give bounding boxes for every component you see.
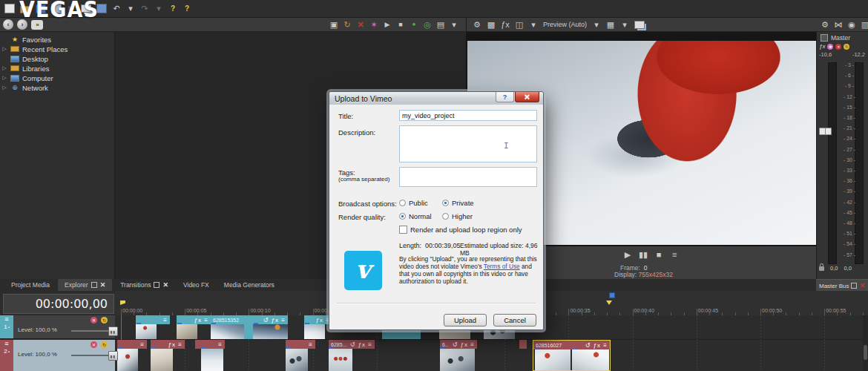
level-slider-handle[interactable]: ▮▮ <box>108 326 118 336</box>
clip-header[interactable]: ≡ <box>195 340 225 349</box>
transport-menu-icon[interactable]: ≡ <box>670 249 679 260</box>
clip-icons[interactable]: ↺ ƒx ≡ <box>263 317 286 324</box>
insert-bus-icon[interactable]: ⋈ <box>834 19 843 30</box>
float-window-icon[interactable] <box>851 283 857 289</box>
interaction-help-icon[interactable]: ? <box>168 4 177 14</box>
timeline-clip[interactable]: ≡ <box>195 340 225 371</box>
scrollbar-thumb[interactable] <box>864 345 867 360</box>
timeline-clip[interactable] <box>519 340 527 371</box>
marker-icon[interactable] <box>606 301 612 305</box>
back-button[interactable]: ‹ <box>3 19 13 30</box>
close-tab-icon[interactable]: ✕ <box>100 281 106 289</box>
dock-tab-project-media[interactable]: Project Media <box>4 279 56 291</box>
whats-this-help-icon[interactable]: ? <box>183 4 191 14</box>
timeline-clip[interactable]: 6285...↺ ƒx ≡ <box>329 340 375 371</box>
upload-button[interactable]: Upload <box>444 314 487 326</box>
add-favorite-icon[interactable]: ✶ <box>369 19 378 30</box>
clip-header[interactable]: 628516027↺ ƒx ≡ <box>533 341 610 349</box>
pause-icon[interactable]: ▮▮ <box>639 249 648 260</box>
add-media-icon[interactable]: ▣ <box>329 19 338 30</box>
timeline-clip[interactable]: 6..↺ ƒx ≡ <box>440 340 477 371</box>
stop-preview-icon[interactable]: ■ <box>396 19 405 30</box>
expander-icon[interactable]: ▷ <box>1 46 7 52</box>
views-icon[interactable]: ▤ <box>436 19 445 30</box>
timeline-clip[interactable]: ≡ <box>117 340 147 371</box>
refresh-icon[interactable]: ↻ <box>343 19 352 30</box>
track-header-2[interactable]: ≡ 2 ✕ ↻ Level: 100,0 % ▮▮ <box>0 340 115 371</box>
lock-icon[interactable] <box>819 266 824 271</box>
tree-item-desktop[interactable]: Desktop <box>1 54 114 63</box>
timeline-clip[interactable]: ƒx ≡ <box>177 315 211 339</box>
track-mute-icon[interactable]: ✕ <box>91 341 97 348</box>
title-input[interactable] <box>399 110 537 121</box>
tree-item-favorites[interactable]: ★Favorites <box>1 35 114 44</box>
tree-item-libraries[interactable]: ▷Libraries <box>1 64 114 73</box>
clip-icons[interactable]: ≡ <box>163 317 168 324</box>
stop-icon[interactable]: ■ <box>654 249 663 260</box>
clip-header[interactable]: 6285...↺ ƒx ≡ <box>329 340 375 349</box>
dialog-close-button[interactable]: ✕ <box>515 92 539 102</box>
play-icon[interactable]: ▶ <box>623 249 632 260</box>
level-slider-handle[interactable]: ▮▮ <box>108 351 118 361</box>
higher-radio[interactable]: Higher <box>442 212 473 220</box>
start-preview-icon[interactable]: ▶ <box>383 19 392 30</box>
clip-icons[interactable]: ≡ <box>140 341 145 348</box>
views-caret-icon[interactable]: ▾ <box>450 19 458 30</box>
mute-icon[interactable]: ✕ <box>835 44 841 50</box>
tree-item-computer[interactable]: ▷Computer <box>1 73 114 82</box>
timecode-display[interactable]: 00:00:00,00 <box>3 294 114 314</box>
track-solo-icon[interactable]: ↻ <box>101 317 108 324</box>
track-menu-icon[interactable]: ≡ <box>4 316 8 322</box>
delete-icon[interactable]: ✕ <box>356 19 365 30</box>
public-radio[interactable]: Public <box>399 199 428 207</box>
track-menu-icon[interactable]: ≡ <box>4 341 8 347</box>
autopreview-icon[interactable]: ● <box>410 19 418 30</box>
copy-snapshot-icon[interactable] <box>634 21 645 29</box>
close-tab-icon[interactable]: ✕ <box>162 281 168 289</box>
clip-icons[interactable]: ↺ ƒx ≡ <box>585 342 608 349</box>
clip-icons[interactable]: ≡ <box>218 341 223 348</box>
tree-item-network[interactable]: ▷⊕Network <box>1 83 114 92</box>
save-snapshot-icon[interactable] <box>650 19 659 30</box>
master-minimize-icon[interactable] <box>821 34 828 42</box>
plugin-icon[interactable]: ✽ <box>827 44 833 50</box>
preview-caret-icon[interactable]: ▾ <box>592 19 601 30</box>
mixer-gear-icon[interactable]: ⚙ <box>821 19 829 30</box>
grid-caret-icon[interactable]: ▾ <box>620 19 629 30</box>
video-fx-icon[interactable]: ƒx <box>501 19 510 30</box>
timeline-clip[interactable]: 628515352↺ ƒx ≡ <box>211 315 288 339</box>
split-screen-icon[interactable]: ◫ <box>515 19 524 30</box>
normal-radio[interactable]: Normal <box>399 212 432 220</box>
overlay-grid-icon[interactable]: ▦ <box>606 19 615 30</box>
terms-of-use-link[interactable]: Terms of Use <box>484 263 520 270</box>
zoom-tool-icon[interactable]: ◎ <box>423 19 432 30</box>
clip-header[interactable]: 628515352↺ ƒx ≡ <box>211 315 288 324</box>
tags-input[interactable] <box>399 167 537 187</box>
undo-icon[interactable]: ↶ <box>112 4 121 14</box>
private-radio[interactable]: Private <box>442 199 474 207</box>
master-bus-tab[interactable]: Master Bus ✕ <box>816 279 868 292</box>
dock-tab-explorer[interactable]: Explorer✕ <box>58 279 112 291</box>
cancel-button[interactable]: Cancel <box>493 314 536 326</box>
dialog-help-button[interactable]: ? <box>496 92 514 102</box>
preview-quality-icon[interactable]: ▩ <box>487 19 496 30</box>
timeline-scrollbar[interactable] <box>863 315 868 371</box>
dock-tab-video-fx[interactable]: Video FX <box>177 279 216 291</box>
loop-region-checkbox[interactable]: Render and upload loop region only <box>399 226 522 234</box>
expander-icon[interactable]: ▷ <box>1 85 7 91</box>
clip-icons[interactable]: ƒx ≡ <box>168 341 183 348</box>
settings-gear-icon[interactable]: ⚙ <box>473 19 481 30</box>
undo-caret-icon[interactable]: ▾ <box>126 4 135 14</box>
expander-icon[interactable]: ▷ <box>1 65 7 71</box>
playhead-flag-icon[interactable] <box>120 301 125 305</box>
track-solo-icon[interactable]: ↻ <box>101 341 108 348</box>
redo-icon[interactable]: ↷ <box>140 4 149 14</box>
tree-item-recent-places[interactable]: ▷Recent Places <box>1 45 114 53</box>
float-window-icon[interactable] <box>91 282 97 288</box>
clip-icons[interactable]: ↺ ƒx ≡ <box>453 341 475 348</box>
region-marker-icon[interactable] <box>609 292 615 298</box>
solo-icon[interactable]: ↻ <box>844 44 849 50</box>
dialog-titlebar[interactable]: Upload to Vimeo ? ✕ <box>329 92 543 105</box>
dock-tab-transitions[interactable]: Transitions✕ <box>114 279 175 291</box>
redo-caret-icon[interactable]: ▾ <box>154 4 163 14</box>
